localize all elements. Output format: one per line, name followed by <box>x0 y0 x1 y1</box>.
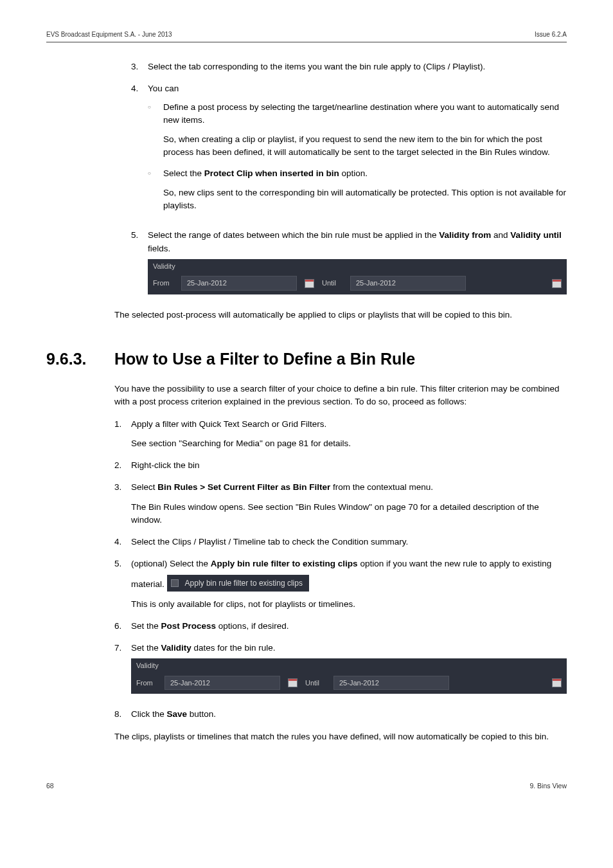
list-item: 6. Set the Post Process options, if desi… <box>114 620 567 633</box>
list-number: 4. <box>131 82 148 220</box>
text-fragment: (optional) Select the <box>131 559 211 568</box>
paragraph: You have the possibility to use a search… <box>114 383 567 409</box>
section-body: You have the possibility to use a search… <box>114 383 567 743</box>
validity-from-label: From <box>136 678 157 689</box>
sublist-item: ○ Select the Protect Clip when inserted … <box>148 167 567 213</box>
text-fragment: Select <box>131 482 157 492</box>
header-left: EVS Broadcast Equipment S.A. - June 2013 <box>46 31 172 38</box>
sublist-item: ○ Define a post process by selecting the… <box>148 101 567 159</box>
validity-from-input[interactable]: 25-Jan-2012 <box>181 276 297 291</box>
list-item: 7. Set the Validity dates for the bin ru… <box>114 642 567 699</box>
list-item: 3. Select Bin Rules > Set Current Filter… <box>114 481 567 527</box>
list-item: 4. Select the Clips / Playlist / Timelin… <box>114 536 567 548</box>
text-bold: Post Process <box>161 621 217 631</box>
list-item: 5. (optional) Select the Apply bin rule … <box>114 557 567 611</box>
text-bold: Apply bin rule filter to existing clips <box>211 559 358 568</box>
validity-until-label: Until <box>322 278 342 289</box>
list-text: Select the Clips / Playlist / Timeline t… <box>131 536 567 548</box>
text-bold: Protect Clip when inserted in bin <box>204 168 339 178</box>
paragraph: The selected post-process will automatic… <box>114 309 567 321</box>
paragraph: So, new clips sent to the corresponding … <box>163 186 567 213</box>
validity-title: Validity <box>131 658 567 673</box>
text-fragment: option. <box>339 168 368 178</box>
paragraph: See section "Searching for Media" on pag… <box>131 437 567 450</box>
validity-until-label: Until <box>305 678 326 689</box>
list-item: 3. Select the tab corresponding to the i… <box>131 60 567 73</box>
list-item: 1. Apply a filter with Quick Text Search… <box>114 418 567 451</box>
footer-section: 9. Bins View <box>529 782 567 790</box>
section-heading: 9.6.3. How to Use a Filter to Define a B… <box>46 350 567 368</box>
text-bold: Validity from <box>439 230 491 240</box>
calendar-icon[interactable] <box>552 279 562 288</box>
text-fragment: button. <box>187 709 216 719</box>
ordered-list-1: 3. Select the tab corresponding to the i… <box>131 60 567 300</box>
list-number: 3. <box>131 60 148 73</box>
text-fragment: Set the <box>131 621 161 631</box>
text-bold: Validity <box>161 643 191 653</box>
checkbox[interactable] <box>171 579 179 587</box>
bullet-icon: ○ <box>148 167 163 213</box>
paragraph: The Bin Rules window opens. See section … <box>131 501 567 527</box>
list-number: 6. <box>114 620 131 633</box>
page: EVS Broadcast Equipment S.A. - June 2013… <box>0 0 613 828</box>
validity-from-input[interactable]: 25-Jan-2012 <box>164 676 280 691</box>
text-fragment: from the contextual menu. <box>330 482 433 492</box>
text-fragment: Set the <box>131 643 161 653</box>
checkbox-label: Apply bin rule filter to existing clips <box>185 577 303 589</box>
list-number: 1. <box>114 418 131 451</box>
bullet-icon: ○ <box>148 101 163 159</box>
list-number: 7. <box>114 642 131 699</box>
list-text: Right-click the bin <box>131 459 567 472</box>
list-number: 8. <box>114 708 131 721</box>
text-fragment: fields. <box>148 244 170 253</box>
calendar-icon[interactable] <box>552 678 562 687</box>
header-right: Issue 6.2.A <box>535 31 567 38</box>
text-bold: Save <box>167 709 188 719</box>
text-fragment: dates for the bin rule. <box>191 643 276 653</box>
list-text: Apply a filter with Quick Text Search or… <box>131 419 326 429</box>
text-fragment: Select the <box>163 168 204 178</box>
paragraph: So, when creating a clip or playlist, if… <box>163 133 567 159</box>
sublist-text: Define a post process by selecting the t… <box>163 102 559 125</box>
paragraph: This is only available for clips, not fo… <box>131 598 567 611</box>
heading-number: 9.6.3. <box>46 350 114 368</box>
calendar-icon[interactable] <box>305 279 314 288</box>
text-bold: Bin Rules > Set Current Filter as Bin Fi… <box>157 482 330 492</box>
paragraph: The clips, playlists or timelines that m… <box>114 730 567 743</box>
list-item: 2. Right-click the bin <box>114 459 567 472</box>
page-header: EVS Broadcast Equipment S.A. - June 2013… <box>46 31 567 42</box>
list-text: Select the range of dates between which … <box>148 230 562 253</box>
text-fragment: Click the <box>131 709 167 719</box>
validity-panel: Validity From 25-Jan-2012 Until 25-Jan-2… <box>131 658 567 694</box>
list-text: Click the Save button. <box>131 708 567 721</box>
list-number: 5. <box>114 557 131 611</box>
calendar-icon[interactable] <box>288 678 298 687</box>
list-number: 5. <box>131 229 148 300</box>
validity-until-input[interactable]: 25-Jan-2012 <box>350 276 466 291</box>
list-item: 8. Click the Save button. <box>114 708 567 721</box>
list-text: Select Bin Rules > Set Current Filter as… <box>131 482 433 492</box>
validity-title: Validity <box>148 259 567 274</box>
list-number: 4. <box>114 536 131 548</box>
apply-filter-checkbox-panel: Apply bin rule filter to existing clips <box>167 575 309 592</box>
text-fragment: options, if desired. <box>216 621 289 631</box>
page-footer: 68 9. Bins View <box>46 782 567 790</box>
heading-title: How to Use a Filter to Define a Bin Rule <box>114 350 415 368</box>
sublist-text: Select the Protect Clip when inserted in… <box>163 168 368 178</box>
list-text: Select the tab corresponding to the item… <box>148 60 567 73</box>
text-bold: Validity until <box>510 230 562 240</box>
validity-until-input[interactable]: 25-Jan-2012 <box>333 676 449 691</box>
list-text: You can <box>148 84 179 93</box>
text-fragment: and <box>491 230 510 240</box>
text-fragment: Select the range of dates between which … <box>148 230 439 240</box>
list-text: Set the Post Process options, if desired… <box>131 620 567 633</box>
page-number: 68 <box>46 782 54 790</box>
validity-panel: Validity From 25-Jan-2012 Until 25-Jan-2… <box>148 259 567 294</box>
list-number: 2. <box>114 459 131 472</box>
list-item: 4. You can ○ Define a post process by se… <box>131 82 567 220</box>
validity-from-label: From <box>153 278 173 289</box>
list-text: Set the Validity dates for the bin rule. <box>131 643 275 653</box>
list-item: 5. Select the range of dates between whi… <box>131 229 567 300</box>
list-number: 3. <box>114 481 131 527</box>
